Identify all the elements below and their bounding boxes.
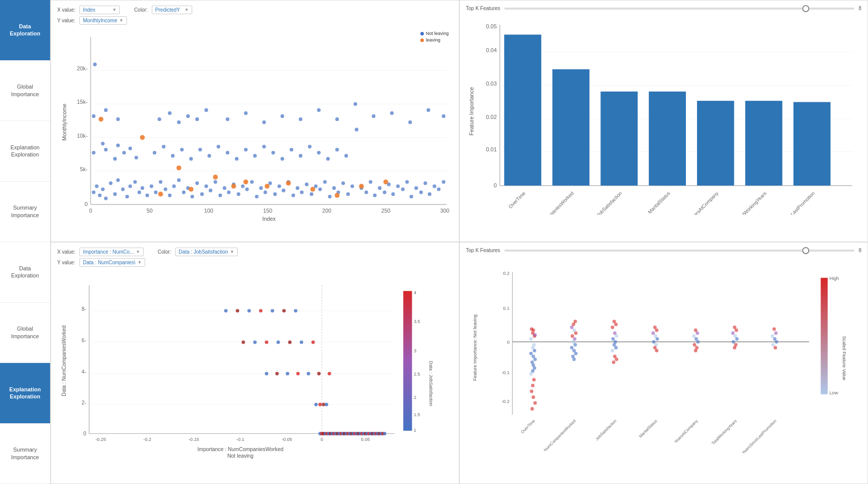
svg-point-316	[572, 349, 576, 352]
sidebar-item-global-importance-1[interactable]: GlobalImportance	[0, 61, 50, 122]
svg-point-347	[692, 334, 696, 338]
svg-point-336	[655, 329, 659, 332]
svg-text:JobSatisfaction: JobSatisfaction	[595, 419, 618, 441]
svg-point-309	[572, 329, 576, 332]
svg-text:10k-: 10k-	[77, 133, 88, 139]
svg-point-219	[275, 372, 279, 376]
q4-col-jobsatisfaction: JobSatisfaction	[595, 320, 619, 441]
q1-color-dropdown[interactable]: PredictedY ▼	[152, 6, 192, 14]
sidebar-item-data-exploration-1[interactable]: DataExploration	[0, 0, 50, 61]
q1-y-dropdown[interactable]: MonthlyIncome ▼	[79, 16, 127, 25]
q1-controls-y: Y value: MonthlyIncome ▼	[57, 16, 453, 25]
svg-point-160	[286, 181, 291, 186]
svg-point-359	[732, 340, 735, 344]
svg-point-286	[533, 333, 537, 337]
svg-point-99	[396, 184, 400, 188]
svg-point-214	[277, 341, 280, 344]
svg-point-221	[296, 372, 300, 376]
svg-point-140	[262, 120, 266, 124]
svg-point-321	[613, 320, 616, 324]
svg-text:8-: 8-	[81, 306, 86, 312]
q3-x-dropdown-arrow: ▼	[136, 250, 140, 254]
svg-point-310	[574, 332, 578, 335]
svg-point-94	[373, 193, 376, 197]
svg-point-220	[286, 372, 289, 376]
svg-text:6-: 6-	[81, 338, 86, 343]
svg-point-152	[140, 135, 145, 140]
svg-point-317	[574, 352, 578, 355]
svg-point-330	[611, 349, 614, 352]
svg-point-148	[408, 120, 412, 124]
q3-y-dropdown[interactable]: Data : NumCompanies\ ▼	[79, 258, 145, 267]
q2-top-k-label: Top K Features	[466, 6, 500, 11]
q3-color-dropdown-arrow: ▼	[230, 250, 234, 254]
sidebar-item-data-exploration-2[interactable]: DataExploration	[0, 242, 50, 303]
svg-point-157	[158, 192, 163, 197]
svg-point-307	[574, 320, 577, 324]
q3-x-dropdown[interactable]: Importance : NumCo... ▼	[79, 248, 144, 256]
sidebar-item-explanation-exploration-1[interactable]: ExplanationExploration	[0, 121, 50, 182]
svg-point-217	[312, 341, 315, 344]
svg-point-65	[241, 184, 244, 188]
svg-point-301	[530, 390, 534, 393]
q1-legend: Not leaving leaving	[420, 31, 449, 43]
svg-point-205	[236, 309, 239, 312]
q4-slider-thumb[interactable]	[802, 247, 809, 254]
svg-point-35	[104, 148, 108, 151]
svg-point-81	[314, 184, 318, 188]
svg-text:YearsSinceLastPromotion: YearsSinceLastPromotion	[741, 419, 777, 455]
svg-text:0: 0	[494, 182, 497, 188]
sidebar-item-summary-importance-2[interactable]: SummaryImportance	[0, 424, 50, 485]
svg-text:0: 0	[507, 340, 509, 345]
bar-yearssincelast	[794, 102, 831, 186]
svg-point-364	[774, 332, 778, 335]
svg-point-158	[189, 187, 194, 192]
svg-text:0.02: 0.02	[486, 114, 497, 120]
svg-point-102	[410, 195, 413, 198]
svg-text:100: 100	[204, 208, 213, 214]
svg-point-155	[231, 184, 236, 189]
svg-point-162	[335, 193, 340, 198]
svg-point-343	[655, 349, 659, 352]
svg-text:2: 2	[414, 395, 416, 400]
svg-point-19	[95, 184, 99, 188]
q4-slider-track[interactable]	[504, 250, 855, 252]
svg-point-111	[162, 145, 165, 148]
sidebar-item-global-importance-2[interactable]: GlobalImportance	[0, 303, 50, 364]
svg-point-41	[92, 114, 96, 118]
svg-point-64	[237, 192, 240, 196]
svg-point-299	[532, 378, 536, 382]
svg-point-93	[369, 180, 372, 184]
q2-bar-chart-svg: 0 0.01 0.02 0.03 0.04 0.05	[466, 14, 861, 215]
svg-point-293	[533, 357, 537, 361]
q2-slider-track[interactable]	[504, 8, 855, 10]
svg-point-55	[195, 181, 199, 185]
svg-point-206	[247, 309, 251, 312]
svg-point-141	[281, 114, 284, 118]
sidebar-item-summary-importance-1[interactable]: SummaryImportance	[0, 182, 50, 243]
svg-text:YearsSinceLastPromotion: YearsSinceLastPromotion	[772, 190, 816, 215]
svg-point-106	[428, 192, 431, 196]
svg-point-85	[332, 186, 336, 190]
svg-text:0.05: 0.05	[486, 23, 497, 29]
svg-point-76	[291, 193, 295, 197]
q1-y-dropdown-arrow: ▼	[119, 18, 123, 23]
svg-text:-0.25: -0.25	[96, 437, 106, 442]
svg-text:4: 4	[414, 290, 416, 295]
q2-slider-thumb[interactable]	[802, 5, 809, 12]
svg-point-71	[268, 181, 272, 185]
q1-color-label: Color:	[134, 7, 148, 13]
svg-point-59	[213, 180, 217, 184]
svg-point-357	[733, 334, 737, 338]
quadrant-summary-importance: Top K Features 8 0.2 0.1 0	[459, 242, 868, 484]
sidebar-item-explanation-exploration-2[interactable]: ExplanationExploration	[0, 363, 50, 424]
svg-text:20k-: 20k-	[77, 65, 88, 71]
q1-x-dropdown[interactable]: Index ▼	[79, 6, 120, 14]
q3-color-scale-bar	[403, 291, 412, 431]
q4-slider-value: 8	[858, 248, 861, 253]
svg-point-340	[652, 340, 656, 344]
svg-point-150	[442, 114, 445, 118]
q3-color-dropdown[interactable]: Data : JobSatisfaction ▼	[175, 248, 237, 256]
svg-text:2.5: 2.5	[414, 372, 420, 377]
svg-text:250: 250	[381, 208, 390, 214]
